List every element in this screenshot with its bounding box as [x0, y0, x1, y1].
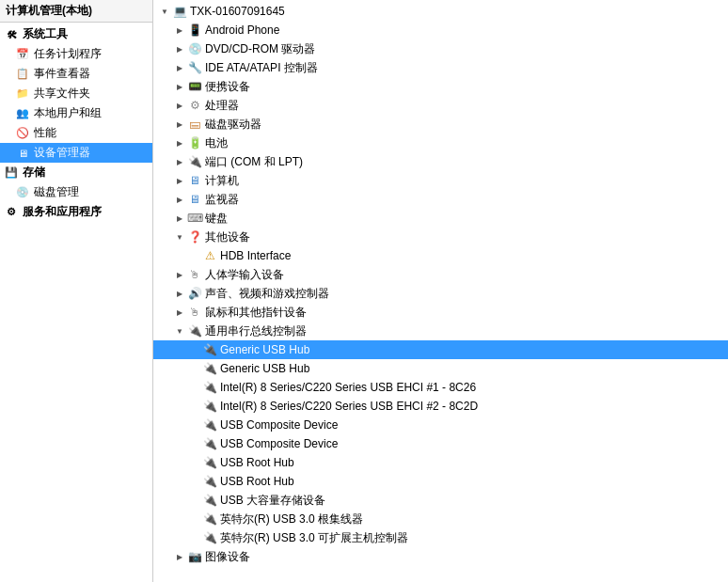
expander-image-devices[interactable]	[172, 549, 187, 564]
tree-node-computer[interactable]: 🖥计算机	[153, 171, 728, 190]
left-tree-item-storage[interactable]: 💾存储	[0, 163, 152, 182]
left-item-label-event-viewer: 事件查看器	[34, 66, 90, 82]
node-label-battery: 电池	[205, 135, 228, 151]
node-label-usb-ctrl: 通用串行总线控制器	[205, 323, 307, 339]
node-label-other-devices: 其他设备	[205, 229, 250, 245]
expander-computer[interactable]	[172, 173, 187, 188]
tree-node-hdb[interactable]: ⚠HDB Interface	[153, 246, 728, 265]
expander-root[interactable]	[157, 4, 172, 19]
left-tree-item-task-scheduler[interactable]: 📅任务计划程序	[0, 44, 152, 64]
tree-node-hdd[interactable]: 🖴磁盘驱动器	[153, 115, 728, 134]
tree-node-monitor[interactable]: 🖥监视器	[153, 190, 728, 209]
tree-node-intel-usb3-ext[interactable]: 🔌英特尔(R) USB 3.0 可扩展主机控制器	[153, 528, 728, 547]
node-icon-generic-usb-hub-2: 🔌	[202, 361, 217, 376]
left-tree-item-disk-management[interactable]: 💿磁盘管理	[0, 182, 152, 202]
expander-keyboard[interactable]	[172, 211, 187, 226]
tree-node-com[interactable]: 🔌端口 (COM 和 LPT)	[153, 152, 728, 171]
node-label-computer: 计算机	[205, 173, 239, 189]
node-icon-android: 📱	[187, 23, 202, 38]
task-icon: 📅	[15, 47, 30, 62]
node-icon-usb-ctrl: 🔌	[187, 323, 202, 338]
node-icon-image-devices: 📷	[187, 549, 202, 564]
tree-node-battery[interactable]: 🔋电池	[153, 134, 728, 152]
left-panel: 计算机管理(本地) 🛠系统工具📅任务计划程序📋事件查看器📁共享文件夹👥本地用户和…	[0, 0, 153, 582]
expander-processor[interactable]	[172, 98, 187, 113]
expander-ide[interactable]	[172, 60, 187, 75]
tree-node-image-devices[interactable]: 📷图像设备	[153, 547, 728, 566]
node-icon-battery: 🔋	[187, 135, 202, 150]
node-icon-generic-usb-hub-1: 🔌	[202, 342, 217, 357]
expander-audio[interactable]	[172, 286, 187, 301]
node-label-portable: 便携设备	[205, 79, 250, 95]
tree-node-usb-composite-1[interactable]: 🔌USB Composite Device	[153, 416, 728, 434]
node-icon-intel-ehci-2: 🔌	[202, 399, 217, 414]
expander-intel-usb3-hub	[187, 511, 202, 527]
node-label-mouse: 鼠标和其他指针设备	[205, 305, 307, 321]
node-icon-hdd: 🖴	[187, 117, 202, 132]
tree-node-usb-composite-2[interactable]: 🔌USB Composite Device	[153, 434, 728, 453]
node-label-audio: 声音、视频和游戏控制器	[205, 286, 329, 302]
tree-node-intel-ehci-2[interactable]: 🔌Intel(R) 8 Series/C220 Series USB EHCI …	[153, 397, 728, 416]
node-label-usb-composite-2: USB Composite Device	[220, 437, 338, 450]
tree-node-keyboard[interactable]: ⌨键盘	[153, 209, 728, 228]
tree-node-usb-root-hub-2[interactable]: 🔌USB Root Hub	[153, 472, 728, 491]
left-tree-item-event-viewer[interactable]: 📋事件查看器	[0, 64, 152, 84]
tree-node-android[interactable]: 📱Android Phone	[153, 21, 728, 39]
perf-icon: 🚫	[15, 126, 30, 141]
folder-share-icon: 📁	[15, 87, 30, 102]
expander-battery[interactable]	[172, 135, 187, 150]
node-icon-computer: 🖥	[187, 173, 202, 188]
left-tree-item-local-users[interactable]: 👥本地用户和组	[0, 103, 152, 123]
tree-node-intel-ehci-1[interactable]: 🔌Intel(R) 8 Series/C220 Series USB EHCI …	[153, 378, 728, 397]
node-icon-usb-composite-1: 🔌	[202, 417, 217, 433]
node-icon-portable: 📟	[187, 79, 202, 94]
expander-mouse[interactable]	[172, 305, 187, 320]
expander-hid[interactable]	[172, 267, 187, 282]
tree-node-other-devices[interactable]: ❓其他设备	[153, 228, 728, 246]
node-icon-intel-usb3-hub: 🔌	[202, 511, 217, 527]
tree-node-usb-ctrl[interactable]: 🔌通用串行总线控制器	[153, 322, 728, 340]
expander-other-devices[interactable]	[172, 229, 187, 244]
tree-node-dvd[interactable]: 💿DVD/CD-ROM 驱动器	[153, 39, 728, 58]
tree-node-ide[interactable]: 🔧IDE ATA/ATAPI 控制器	[153, 58, 728, 77]
tree-node-mouse[interactable]: 🖱鼠标和其他指针设备	[153, 303, 728, 322]
left-item-label-task-scheduler: 任务计划程序	[34, 46, 102, 62]
expander-android[interactable]	[172, 23, 187, 38]
expander-monitor[interactable]	[172, 192, 187, 207]
tree-node-usb-root-hub-1[interactable]: 🔌USB Root Hub	[153, 453, 728, 472]
expander-hdd[interactable]	[172, 117, 187, 132]
expander-usb-root-hub-1	[187, 455, 202, 470]
left-item-label-local-users: 本地用户和组	[34, 105, 102, 121]
left-tree-item-performance[interactable]: 🚫性能	[0, 123, 152, 143]
node-label-usb-mass: USB 大容量存储设备	[220, 493, 325, 509]
node-label-intel-ehci-2: Intel(R) 8 Series/C220 Series USB EHCI #…	[220, 400, 478, 413]
tree-node-intel-usb3-hub[interactable]: 🔌英特尔(R) USB 3.0 根集线器	[153, 510, 728, 528]
tree-node-processor[interactable]: ⚙处理器	[153, 96, 728, 115]
left-tree-item-device-manager[interactable]: 🖥设备管理器	[0, 143, 152, 163]
expander-intel-ehci-2	[187, 399, 202, 414]
tree-node-generic-usb-hub-2[interactable]: 🔌Generic USB Hub	[153, 359, 728, 378]
node-label-root: TXK-01607091645	[190, 5, 285, 18]
left-panel-header: 计算机管理(本地)	[0, 0, 152, 23]
tree-node-hid[interactable]: 🖱人体学输入设备	[153, 265, 728, 284]
expander-usb-ctrl[interactable]	[172, 323, 187, 338]
expander-com[interactable]	[172, 154, 187, 169]
tree-node-root[interactable]: 💻TXK-01607091645	[153, 2, 728, 21]
left-item-label-shared-folders: 共享文件夹	[34, 86, 90, 102]
expander-usb-composite-1	[187, 417, 202, 433]
node-icon-hid: 🖱	[187, 267, 202, 282]
expander-dvd[interactable]	[172, 41, 187, 56]
tree-node-generic-usb-hub-1[interactable]: 🔌Generic USB Hub	[153, 340, 728, 359]
disk-icon: 💿	[15, 185, 30, 200]
expander-portable[interactable]	[172, 79, 187, 94]
left-tree-item-system-tools[interactable]: 🛠系统工具	[0, 24, 152, 44]
node-label-processor: 处理器	[205, 98, 239, 114]
tree-node-audio[interactable]: 🔊声音、视频和游戏控制器	[153, 284, 728, 303]
tree-node-usb-mass[interactable]: 🔌USB 大容量存储设备	[153, 491, 728, 510]
event-icon: 📋	[15, 67, 30, 82]
left-tree-item-services[interactable]: ⚙服务和应用程序	[0, 202, 152, 222]
tree-node-portable[interactable]: 📟便携设备	[153, 77, 728, 96]
left-tree-item-shared-folders[interactable]: 📁共享文件夹	[0, 84, 152, 103]
node-label-ide: IDE ATA/ATAPI 控制器	[205, 60, 318, 76]
node-icon-usb-mass: 🔌	[202, 493, 217, 508]
